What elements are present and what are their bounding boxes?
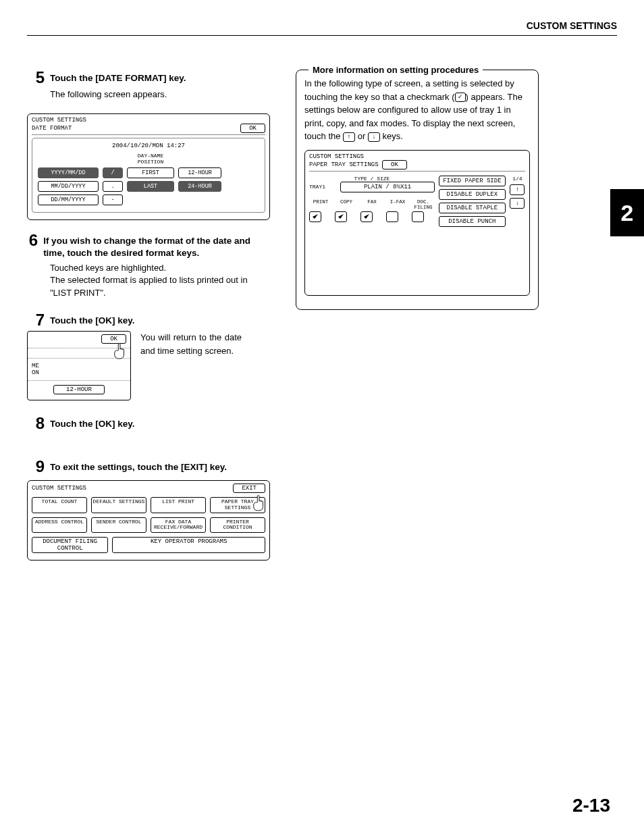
mode-doc-label: DOC. FILING — [412, 199, 435, 210]
paper-tray-panel: CUSTOM SETTINGS PAPER TRAY SETTINGS OK T… — [304, 150, 530, 296]
document-filing-button[interactable]: DOCUMENT FILING CONTROL — [32, 537, 108, 553]
panel-subtitle: DATE FORMAT — [32, 125, 72, 132]
ok-button[interactable]: OK — [382, 160, 407, 170]
step-6-body: Touched keys are highlighted. The select… — [50, 262, 270, 301]
time-24-hour[interactable]: 24-HOUR — [178, 181, 221, 192]
dayname-last[interactable]: LAST — [127, 181, 174, 192]
mode-fax-checkbox[interactable] — [360, 211, 373, 222]
step-7-text: You will return to the date and time set… — [140, 331, 242, 400]
step-5-body: The following screen appears. — [50, 88, 270, 101]
chapter-tab: 2 — [610, 189, 644, 236]
separator-dot[interactable]: . — [103, 181, 123, 192]
type-size-label: TYPE / SIZE — [309, 176, 435, 182]
page-down-button[interactable]: ↓ — [510, 198, 525, 209]
separator-dash[interactable]: - — [103, 194, 123, 205]
step-5-number: 5 — [27, 70, 45, 86]
mode-fax-label: FAX — [360, 199, 383, 210]
fax-data-button[interactable]: FAX DATA RECEIVE/FORWARD — [151, 517, 206, 533]
exit-button[interactable]: EXIT — [233, 484, 265, 493]
page-up-button[interactable]: ↑ — [510, 184, 525, 195]
custom-settings-panel: CUSTOM SETTINGS EXIT TOTAL COUNT DEFAULT… — [27, 480, 270, 561]
ok-button[interactable]: OK — [240, 124, 265, 133]
sender-control-button[interactable]: SENDER CONTROL — [91, 517, 146, 533]
step-8-number: 8 — [27, 415, 45, 432]
key-operator-button[interactable]: KEY OPERATOR PROGRAMS — [112, 537, 265, 553]
list-print-button[interactable]: LIST PRINT — [151, 497, 206, 513]
default-settings-button[interactable]: DEFAULT SETTINGS — [91, 497, 146, 513]
mode-ifax-checkbox[interactable] — [386, 211, 398, 222]
info-box: More information on setting procedures I… — [296, 70, 539, 310]
time-12-hour[interactable]: 12-HOUR — [178, 167, 221, 178]
page-number: 2-13 — [572, 795, 610, 816]
format-ddmmyyyy[interactable]: DD/MM/YYYY — [38, 194, 99, 205]
mode-doc-checkbox[interactable] — [412, 211, 424, 222]
date-format-panel: CUSTOM SETTINGS DATE FORMAT OK 2004/10/2… — [27, 113, 270, 221]
disable-punch-button[interactable]: DISABLE PUNCH — [439, 216, 506, 227]
total-count-button[interactable]: TOTAL COUNT — [32, 497, 87, 513]
info-text: In the following type of screen, a setti… — [304, 78, 522, 141]
hand-pointer-icon — [252, 494, 267, 514]
panel-title: CUSTOM SETTINGS — [32, 485, 86, 492]
mode-print-label: PRINT — [309, 199, 332, 210]
tray-type-button[interactable]: PLAIN / 8½X11 — [340, 182, 435, 192]
mode-copy-checkbox[interactable] — [335, 211, 347, 222]
mode-copy-label: COPY — [335, 199, 358, 210]
left-column: 5 Touch the [DATE FORMAT] key. The follo… — [27, 70, 270, 573]
separator-slash[interactable]: / — [103, 167, 123, 178]
step-7-panel: OK ME ON — [27, 331, 131, 400]
step-6-title: If you wish to change the format of the … — [43, 235, 270, 259]
down-arrow-icon: ↓ — [368, 132, 380, 142]
printer-condition-button[interactable]: PRINTER CONDITION — [210, 517, 265, 533]
step-9-number: 9 — [27, 459, 45, 475]
tray-label: TRAY1 — [309, 184, 336, 190]
dayname-position-label: DAY-NAME POSITION — [127, 153, 174, 165]
format-mmddyyyy[interactable]: MM/DD/YYYY — [38, 181, 99, 192]
disable-staple-button[interactable]: DISABLE STAPLE — [439, 203, 506, 213]
time-12-hour[interactable]: 12-HOUR — [53, 385, 105, 394]
panel-subtitle: PAPER TRAY SETTINGS — [309, 161, 379, 168]
step-7-number: 7 — [27, 312, 45, 328]
format-yyyymmdd[interactable]: YYYY/MM/DD — [38, 167, 99, 178]
mode-ifax-label: I-FAX — [386, 199, 409, 210]
mode-print-checkbox[interactable] — [309, 211, 321, 222]
step-8-title: Touch the [OK] key. — [50, 418, 135, 432]
fixed-paper-side-button[interactable]: FIXED PAPER SIDE — [439, 176, 506, 186]
address-control-button[interactable]: ADDRESS CONTROL — [32, 517, 87, 533]
step-5-title: Touch the [DATE FORMAT] key. — [50, 72, 186, 86]
page-header: CUSTOM SETTINGS — [27, 20, 617, 36]
current-date-string: 2004/10/20/MON 14:27 — [38, 142, 259, 149]
dayname-first[interactable]: FIRST — [127, 167, 174, 178]
disable-duplex-button[interactable]: DISABLE DUPLEX — [439, 189, 506, 200]
step-9-title: To exit the settings, touch the [EXIT] k… — [50, 461, 227, 475]
page-count: 1/4 — [512, 176, 522, 182]
hand-pointer-icon — [113, 342, 128, 362]
me-label: ME — [32, 363, 39, 369]
checkmark-icon: ✓ — [455, 93, 466, 102]
step-7-title: Touch the [OK] key. — [50, 315, 135, 328]
right-column: More information on setting procedures I… — [296, 70, 539, 573]
panel-title: CUSTOM SETTINGS — [32, 117, 265, 124]
step-6-number: 6 — [27, 232, 38, 259]
panel-title: CUSTOM SETTINGS — [309, 153, 525, 160]
info-box-legend: More information on setting procedures — [308, 65, 483, 75]
on-label: ON — [32, 369, 39, 376]
up-arrow-icon: ↑ — [343, 132, 355, 142]
